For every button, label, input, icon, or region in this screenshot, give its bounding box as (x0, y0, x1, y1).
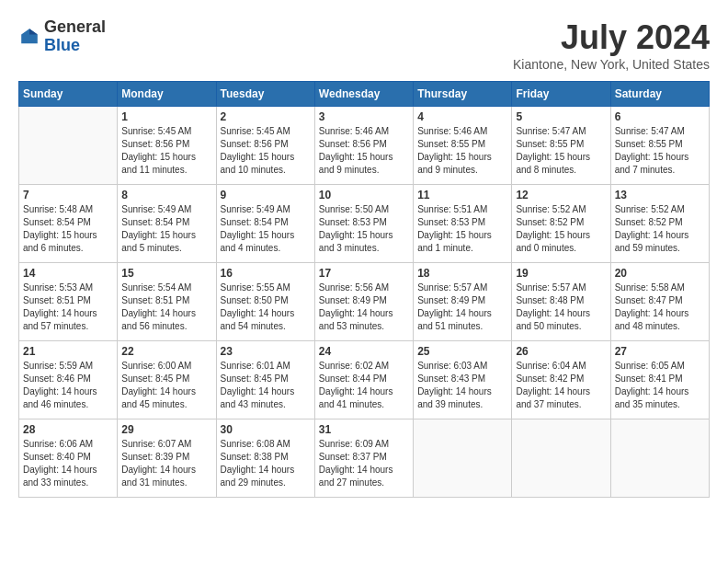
calendar-cell: 3Sunrise: 5:46 AMSunset: 8:56 PMDaylight… (314, 107, 413, 185)
day-number: 25 (417, 345, 507, 358)
calendar-cell: 17Sunrise: 5:56 AMSunset: 8:49 PMDayligh… (314, 263, 413, 341)
day-number: 21 (23, 345, 113, 358)
day-info: Sunrise: 5:52 AMSunset: 8:52 PMDaylight:… (615, 203, 705, 255)
day-number: 13 (615, 189, 705, 201)
day-number: 8 (121, 189, 211, 201)
day-number: 30 (221, 423, 311, 436)
day-info: Sunrise: 6:02 AMSunset: 8:44 PMDaylight:… (319, 360, 409, 411)
day-number: 10 (319, 189, 409, 201)
calendar-cell: 27Sunrise: 6:05 AMSunset: 8:41 PMDayligh… (610, 341, 709, 419)
day-info: Sunrise: 6:00 AMSunset: 8:45 PMDaylight:… (121, 360, 211, 411)
calendar-cell: 9Sunrise: 5:49 AMSunset: 8:54 PMDaylight… (216, 185, 314, 263)
calendar-cell: 18Sunrise: 5:57 AMSunset: 8:49 PMDayligh… (414, 263, 512, 341)
calendar-cell: 14Sunrise: 5:53 AMSunset: 8:51 PMDayligh… (19, 263, 118, 341)
day-number: 2 (221, 110, 311, 123)
day-number: 1 (121, 110, 211, 123)
calendar-week-row: 1Sunrise: 5:45 AMSunset: 8:56 PMDaylight… (19, 107, 710, 185)
day-info: Sunrise: 5:51 AMSunset: 8:53 PMDaylight:… (417, 203, 507, 255)
month-title: July 2024 (513, 18, 710, 57)
day-info: Sunrise: 6:07 AMSunset: 8:39 PMDaylight:… (121, 438, 211, 489)
logo-text: General Blue (44, 18, 106, 55)
calendar-cell: 1Sunrise: 5:45 AMSunset: 8:56 PMDaylight… (118, 107, 216, 185)
calendar-cell (512, 419, 610, 498)
day-info: Sunrise: 5:50 AMSunset: 8:53 PMDaylight:… (319, 203, 409, 255)
day-number: 19 (516, 267, 606, 280)
day-info: Sunrise: 6:09 AMSunset: 8:37 PMDaylight:… (319, 438, 409, 489)
day-info: Sunrise: 6:06 AMSunset: 8:40 PMDaylight:… (23, 438, 113, 489)
calendar-header-row: SundayMondayTuesdayWednesdayThursdayFrid… (19, 82, 710, 107)
day-info: Sunrise: 5:56 AMSunset: 8:49 PMDaylight:… (319, 282, 409, 333)
calendar-cell: 16Sunrise: 5:55 AMSunset: 8:50 PMDayligh… (216, 263, 314, 341)
calendar-cell: 22Sunrise: 6:00 AMSunset: 8:45 PMDayligh… (118, 341, 216, 419)
calendar-cell: 5Sunrise: 5:47 AMSunset: 8:55 PMDaylight… (512, 107, 610, 185)
calendar-cell: 11Sunrise: 5:51 AMSunset: 8:53 PMDayligh… (414, 185, 512, 263)
day-number: 17 (319, 267, 409, 280)
day-number: 22 (121, 345, 211, 358)
calendar-cell: 15Sunrise: 5:54 AMSunset: 8:51 PMDayligh… (118, 263, 216, 341)
day-of-week-header: Sunday (19, 82, 118, 107)
day-info: Sunrise: 6:03 AMSunset: 8:43 PMDaylight:… (417, 360, 507, 411)
day-info: Sunrise: 6:01 AMSunset: 8:45 PMDaylight:… (221, 360, 311, 411)
svg-marker-1 (29, 29, 38, 34)
calendar-cell: 20Sunrise: 5:58 AMSunset: 8:47 PMDayligh… (610, 263, 709, 341)
day-number: 5 (516, 110, 606, 123)
day-number: 15 (121, 267, 211, 280)
day-number: 14 (23, 267, 113, 280)
day-info: Sunrise: 5:47 AMSunset: 8:55 PMDaylight:… (615, 125, 705, 177)
day-number: 31 (319, 423, 409, 436)
calendar-cell: 25Sunrise: 6:03 AMSunset: 8:43 PMDayligh… (414, 341, 512, 419)
calendar-week-row: 21Sunrise: 5:59 AMSunset: 8:46 PMDayligh… (19, 341, 710, 419)
day-number: 16 (221, 267, 311, 280)
day-number: 26 (516, 345, 606, 358)
day-info: Sunrise: 5:49 AMSunset: 8:54 PMDaylight:… (221, 203, 311, 255)
day-info: Sunrise: 5:47 AMSunset: 8:55 PMDaylight:… (516, 125, 606, 177)
day-info: Sunrise: 5:48 AMSunset: 8:54 PMDaylight:… (23, 203, 113, 255)
calendar-cell (414, 419, 512, 498)
calendar-table: SundayMondayTuesdayWednesdayThursdayFrid… (18, 81, 710, 498)
day-info: Sunrise: 5:58 AMSunset: 8:47 PMDaylight:… (615, 282, 705, 333)
day-info: Sunrise: 5:57 AMSunset: 8:48 PMDaylight:… (516, 282, 606, 333)
day-number: 7 (23, 189, 113, 201)
location: Kiantone, New York, United States (513, 57, 710, 72)
logo-blue: Blue (44, 36, 80, 54)
day-info: Sunrise: 6:05 AMSunset: 8:41 PMDaylight:… (615, 360, 705, 411)
day-info: Sunrise: 5:46 AMSunset: 8:56 PMDaylight:… (319, 125, 409, 177)
calendar-cell: 13Sunrise: 5:52 AMSunset: 8:52 PMDayligh… (610, 185, 709, 263)
day-number: 9 (221, 189, 311, 201)
day-of-week-header: Tuesday (216, 82, 314, 107)
day-number: 27 (615, 345, 705, 358)
logo: General Blue (18, 18, 106, 55)
day-number: 12 (516, 189, 606, 201)
calendar-cell: 26Sunrise: 6:04 AMSunset: 8:42 PMDayligh… (512, 341, 610, 419)
calendar-cell: 23Sunrise: 6:01 AMSunset: 8:45 PMDayligh… (216, 341, 314, 419)
day-of-week-header: Thursday (414, 82, 512, 107)
calendar-cell: 24Sunrise: 6:02 AMSunset: 8:44 PMDayligh… (314, 341, 413, 419)
day-of-week-header: Monday (118, 82, 216, 107)
day-info: Sunrise: 6:04 AMSunset: 8:42 PMDaylight:… (516, 360, 606, 411)
calendar-cell (610, 419, 709, 498)
day-number: 18 (417, 267, 507, 280)
day-of-week-header: Friday (512, 82, 610, 107)
title-block: July 2024 Kiantone, New York, United Sta… (513, 18, 710, 72)
calendar-cell: 12Sunrise: 5:52 AMSunset: 8:52 PMDayligh… (512, 185, 610, 263)
calendar-cell (19, 107, 118, 185)
day-info: Sunrise: 5:53 AMSunset: 8:51 PMDaylight:… (23, 282, 113, 333)
calendar-cell: 30Sunrise: 6:08 AMSunset: 8:38 PMDayligh… (216, 419, 314, 498)
day-info: Sunrise: 5:45 AMSunset: 8:56 PMDaylight:… (121, 125, 211, 177)
day-info: Sunrise: 6:08 AMSunset: 8:38 PMDaylight:… (221, 438, 311, 489)
calendar-cell: 31Sunrise: 6:09 AMSunset: 8:37 PMDayligh… (314, 419, 413, 498)
calendar-cell: 10Sunrise: 5:50 AMSunset: 8:53 PMDayligh… (314, 185, 413, 263)
day-number: 6 (615, 110, 705, 123)
calendar-week-row: 7Sunrise: 5:48 AMSunset: 8:54 PMDaylight… (19, 185, 710, 263)
day-number: 20 (615, 267, 705, 280)
calendar-week-row: 28Sunrise: 6:06 AMSunset: 8:40 PMDayligh… (19, 419, 710, 498)
day-number: 24 (319, 345, 409, 358)
calendar-cell: 4Sunrise: 5:46 AMSunset: 8:55 PMDaylight… (414, 107, 512, 185)
calendar-cell: 8Sunrise: 5:49 AMSunset: 8:54 PMDaylight… (118, 185, 216, 263)
day-info: Sunrise: 5:52 AMSunset: 8:52 PMDaylight:… (516, 203, 606, 255)
calendar-cell: 28Sunrise: 6:06 AMSunset: 8:40 PMDayligh… (19, 419, 118, 498)
day-number: 23 (221, 345, 311, 358)
logo-icon (18, 26, 40, 48)
calendar-cell: 7Sunrise: 5:48 AMSunset: 8:54 PMDaylight… (19, 185, 118, 263)
day-number: 29 (121, 423, 211, 436)
